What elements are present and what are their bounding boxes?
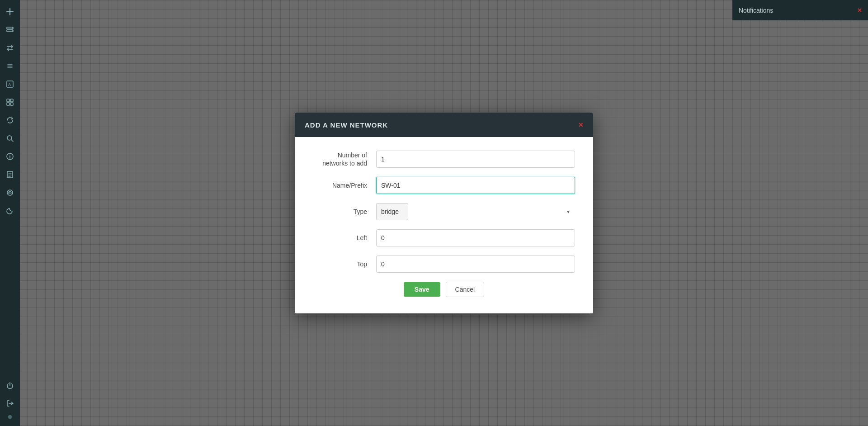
svg-text:A: A — [8, 82, 11, 87]
modal-title: ADD A NEW NETWORK — [305, 121, 388, 129]
name-prefix-input[interactable] — [376, 177, 575, 194]
sidebar-status-dot — [8, 415, 12, 419]
sidebar-item-target[interactable] — [2, 185, 18, 201]
sidebar-item-info[interactable] — [2, 148, 18, 165]
type-select[interactable]: bridge nat isolated open — [376, 203, 408, 220]
notifications-close-button[interactable]: × — [858, 6, 862, 14]
sidebar: A — [0, 0, 20, 426]
sidebar-item-power[interactable] — [2, 377, 18, 393]
form-actions: Save Cancel — [313, 282, 575, 297]
sidebar-item-transfer[interactable] — [2, 40, 18, 56]
name-prefix-row: Name/Prefix — [313, 177, 575, 194]
svg-rect-13 — [7, 103, 9, 105]
sidebar-item-refresh[interactable] — [2, 112, 18, 128]
svg-point-4 — [12, 28, 13, 28]
top-input[interactable] — [376, 256, 575, 273]
add-network-modal: ADD A NEW NETWORK × Number of networks t… — [295, 113, 593, 313]
svg-rect-14 — [10, 103, 13, 105]
svg-rect-11 — [7, 99, 9, 102]
modal-overlay: ADD A NEW NETWORK × Number of networks t… — [20, 0, 868, 426]
svg-line-16 — [11, 140, 13, 142]
top-row: Top — [313, 256, 575, 273]
svg-rect-12 — [10, 99, 13, 102]
notifications-bar: Notifications × — [732, 0, 868, 20]
svg-point-5 — [12, 30, 13, 31]
sidebar-bottom — [2, 377, 18, 426]
sidebar-item-add[interactable] — [2, 4, 18, 20]
svg-point-26 — [9, 192, 10, 193]
left-input[interactable] — [376, 229, 575, 246]
top-label: Top — [313, 260, 376, 268]
sidebar-item-moon[interactable] — [2, 203, 18, 219]
sidebar-item-font[interactable]: A — [2, 76, 18, 92]
num-networks-row: Number of networks to add — [313, 151, 575, 168]
type-row: Type bridge nat isolated open — [313, 203, 575, 220]
sidebar-item-report[interactable] — [2, 166, 18, 183]
sidebar-item-list[interactable] — [2, 58, 18, 74]
save-button[interactable]: Save — [404, 282, 440, 297]
left-label: Left — [313, 234, 376, 242]
notifications-title: Notifications — [739, 7, 773, 14]
modal-close-button[interactable]: × — [578, 121, 583, 129]
type-select-wrapper: bridge nat isolated open — [376, 203, 575, 220]
sidebar-item-server[interactable] — [2, 22, 18, 38]
num-networks-label: Number of networks to add — [313, 151, 376, 167]
svg-rect-20 — [7, 171, 13, 178]
modal-body: Number of networks to add Name/Prefix Ty… — [295, 137, 593, 313]
sidebar-item-search[interactable] — [2, 130, 18, 147]
cancel-button[interactable]: Cancel — [446, 282, 485, 297]
num-networks-input[interactable] — [376, 151, 575, 168]
sidebar-item-logout[interactable] — [2, 395, 18, 412]
name-prefix-label: Name/Prefix — [313, 181, 376, 189]
sidebar-item-grid[interactable] — [2, 94, 18, 110]
left-row: Left — [313, 229, 575, 246]
modal-header: ADD A NEW NETWORK × — [295, 113, 593, 137]
type-label: Type — [313, 208, 376, 216]
svg-point-19 — [9, 155, 10, 156]
